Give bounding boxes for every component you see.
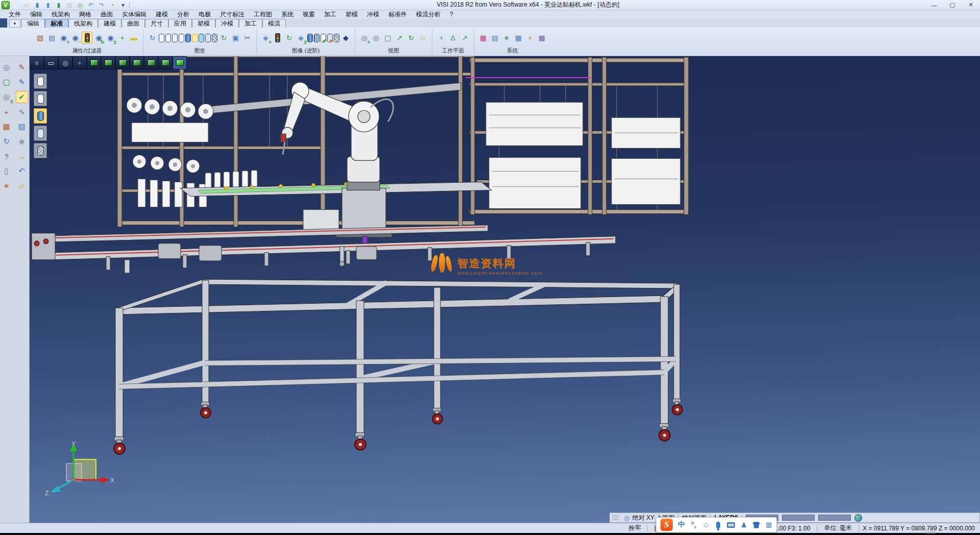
zoom-window-icon[interactable]: ▢: [382, 32, 393, 44]
refresh-image-icon[interactable]: ↻: [284, 32, 295, 44]
open-file-icon[interactable]: ▱: [16, 180, 28, 192]
shaded-edges-cylinder-icon[interactable]: [192, 34, 198, 42]
ime-punctuation-icon[interactable]: °,: [690, 521, 697, 529]
tab-2[interactable]: 线架构: [68, 19, 98, 28]
recycle-graphics-icon[interactable]: ↻: [218, 32, 229, 44]
tab-6[interactable]: 应用: [168, 19, 192, 28]
move-axes-icon[interactable]: +: [1, 106, 13, 118]
menu-item-15[interactable]: 冲模: [362, 10, 384, 19]
maximize-button[interactable]: ▢: [943, 1, 962, 10]
close-button[interactable]: ✕: [962, 1, 980, 10]
app-logo-icon[interactable]: V: [2, 1, 10, 9]
zoom-extents-icon[interactable]: ◎: [359, 32, 370, 44]
sogou-logo-icon[interactable]: S: [660, 519, 673, 531]
help-icon[interactable]: ?: [1, 150, 13, 162]
refresh-view-icon[interactable]: ↻: [406, 32, 416, 44]
redo-icon[interactable]: ↷: [97, 1, 106, 9]
view-left-icon[interactable]: [130, 56, 144, 69]
save-all-icon[interactable]: ▮: [54, 1, 63, 9]
menu-item-5[interactable]: 实体编辑: [117, 10, 151, 19]
menu-item-17[interactable]: 模流分析: [411, 10, 445, 19]
tab-5[interactable]: 尺寸: [145, 19, 168, 28]
zoom-dynamic-icon[interactable]: ◎: [1, 91, 13, 103]
sketch-curve-icon[interactable]: ✎: [16, 76, 28, 88]
measure-icon[interactable]: ↔: [16, 150, 28, 162]
menu-item-13[interactable]: 加工: [320, 10, 341, 19]
undo-arrow-icon[interactable]: ↶: [16, 165, 28, 177]
view-zoom-icon[interactable]: ◎: [58, 56, 72, 69]
save-icon[interactable]: ▮: [33, 1, 42, 9]
transparent-cylinder-icon[interactable]: [199, 34, 204, 42]
zoom-region-icon[interactable]: ◎: [1, 61, 13, 74]
navigate-compass-icon[interactable]: ∗: [1, 180, 13, 192]
confirm-check-icon[interactable]: ✔: [16, 91, 28, 103]
verified-cylinder-icon[interactable]: [321, 34, 326, 42]
ime-emoji-icon[interactable]: ☺: [702, 521, 709, 529]
toggle-image-icon[interactable]: ◈: [296, 32, 306, 44]
system-settings-icon[interactable]: ▤: [489, 32, 500, 44]
tab-dropdown-button[interactable]: ▼: [9, 19, 20, 28]
color-palette-icon[interactable]: ▦: [478, 32, 488, 44]
view-iso-icon[interactable]: [144, 56, 158, 69]
filter-traffic-light-icon[interactable]: [82, 32, 92, 44]
print-icon[interactable]: ▤: [65, 1, 74, 9]
tab-10[interactable]: 模流: [262, 19, 286, 28]
wireframe-cylinder-icon[interactable]: [159, 34, 164, 42]
grid-settings-icon[interactable]: ▦: [536, 32, 547, 44]
tab-7[interactable]: 塑模: [192, 19, 215, 28]
menu-item-3[interactable]: 网格: [75, 10, 96, 19]
hide-all-icon[interactable]: ▬: [129, 32, 139, 44]
minimize-button[interactable]: —: [925, 1, 943, 10]
menu-item-4[interactable]: 曲面: [96, 10, 117, 19]
image-filter-icon[interactable]: [272, 32, 283, 44]
invert-visibility-icon[interactable]: ◉: [105, 32, 116, 44]
delete-trash-icon[interactable]: ▯: [1, 165, 13, 177]
workplane-align-icon[interactable]: ↗: [459, 32, 470, 44]
dynamic-view-icon[interactable]: ↗: [394, 32, 405, 44]
view-top-icon[interactable]: [87, 56, 101, 69]
show-all-icon[interactable]: +: [117, 32, 128, 44]
lock-label[interactable]: 拴牢: [628, 524, 641, 532]
solid-view-cylinder-icon[interactable]: [307, 34, 313, 42]
workplane-axes-icon[interactable]: +: [436, 32, 447, 44]
striped-cylinder-icon[interactable]: [314, 34, 320, 42]
view-right-icon[interactable]: [115, 56, 130, 69]
table-settings-icon[interactable]: ▦: [513, 32, 524, 44]
workplane-entity-icon[interactable]: ∆: [448, 32, 458, 44]
layers-palette-icon[interactable]: ▦: [1, 120, 13, 133]
view-front-icon[interactable]: [101, 56, 115, 69]
shaded-mode-icon[interactable]: [34, 108, 47, 124]
tab-9[interactable]: 加工: [239, 19, 262, 28]
regen-graphics-icon[interactable]: ↻: [147, 32, 158, 44]
view-iso-back-icon[interactable]: [158, 56, 173, 69]
ime-skin-icon[interactable]: [752, 522, 760, 528]
zoom-solids-icon[interactable]: ◎: [371, 32, 381, 44]
ime-mic-icon[interactable]: [715, 522, 722, 528]
grip-dots-icon[interactable]: [612, 515, 619, 521]
menu-item-0[interactable]: 文件: [4, 10, 26, 19]
menu-item-1[interactable]: 编辑: [26, 10, 47, 19]
menu-item-16[interactable]: 标准件: [384, 10, 411, 19]
snap-settings-icon[interactable]: +: [525, 32, 535, 44]
undo-icon[interactable]: ↶: [86, 1, 95, 9]
outline-cylinder-icon[interactable]: [179, 34, 184, 42]
ime-chinese-icon[interactable]: 中: [678, 520, 685, 529]
menu-item-14[interactable]: 塑模: [341, 10, 362, 19]
hide-entity-icon[interactable]: ◉: [70, 32, 81, 44]
system-tools-icon[interactable]: ∗: [501, 32, 512, 44]
menu-item-6[interactable]: 建模: [151, 10, 173, 19]
graphics-tools-icon[interactable]: ✂: [242, 32, 253, 44]
transparent-mode-icon[interactable]: [34, 126, 47, 141]
history-icon[interactable]: ◔: [108, 1, 117, 9]
ime-keyboard-icon[interactable]: [727, 522, 735, 528]
open-file-icon[interactable]: ▱: [22, 1, 31, 9]
view-menu-icon[interactable]: ≡: [30, 56, 44, 69]
dropdown-arrow-icon[interactable]: ▾: [118, 1, 128, 9]
hidden-line-cylinder-icon[interactable]: [165, 34, 171, 42]
view-shaded-icon[interactable]: [173, 56, 187, 69]
globe-icon[interactable]: [854, 514, 862, 522]
add-image-icon[interactable]: ◈: [260, 32, 271, 44]
tab-0[interactable]: 编辑: [21, 19, 45, 28]
tab-8[interactable]: 冲模: [215, 19, 239, 28]
workplane-indicator-icon[interactable]: ◎: [622, 514, 632, 522]
